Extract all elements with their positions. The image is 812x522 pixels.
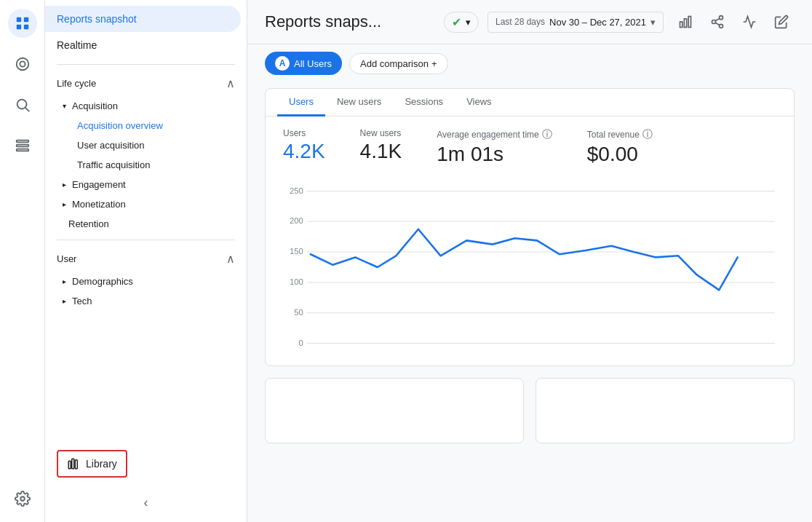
bullet-icon: ▸ xyxy=(63,277,66,285)
sidebar-category-tech[interactable]: ▸ Tech xyxy=(45,291,247,311)
svg-text:05: 05 xyxy=(391,349,400,351)
retention-label: Retention xyxy=(68,218,109,229)
tab-new-users[interactable]: New users xyxy=(325,89,393,116)
svg-rect-12 xyxy=(68,461,71,469)
metric-revenue-value: $0.00 xyxy=(587,143,653,166)
svg-rect-15 xyxy=(680,22,682,28)
sidebar-category-retention[interactable]: Retention xyxy=(45,214,247,234)
activity-icon[interactable] xyxy=(8,50,37,79)
bullet-icon: ▸ xyxy=(63,297,66,305)
svg-rect-13 xyxy=(72,459,74,469)
metric-engagement: Average engagement time ⓘ 1m 01s xyxy=(437,128,552,166)
lifecycle-label: Life cycle xyxy=(57,78,96,89)
demographics-label: Demographics xyxy=(72,276,133,287)
metric-users: Users 4.2K xyxy=(283,128,325,166)
share-button[interactable] xyxy=(704,9,731,35)
sparkline-button[interactable] xyxy=(736,9,763,35)
svg-text:26: 26 xyxy=(733,349,742,351)
tab-users[interactable]: Users xyxy=(277,89,325,116)
bullet-icon: ▸ xyxy=(63,181,66,189)
collapse-arrow[interactable]: ‹ xyxy=(45,489,247,516)
monetization-label: Monetization xyxy=(72,199,126,210)
date-range-picker[interactable]: Last 28 days Nov 30 – Dec 27, 2021 ▾ xyxy=(487,12,664,33)
library-icon xyxy=(67,457,80,470)
sidebar-item-user-acquisition[interactable]: User acquisition xyxy=(45,135,247,155)
add-comparison-button[interactable]: Add comparison + xyxy=(349,53,448,74)
sidebar-bottom: Library xyxy=(45,438,247,489)
svg-text:19: 19 xyxy=(629,349,638,351)
sidebar-item-realtime[interactable]: Realtime xyxy=(45,32,247,58)
bullet-icon: ▸ xyxy=(63,200,66,208)
list-icon[interactable] xyxy=(8,131,37,160)
user-section-header[interactable]: User ∧ xyxy=(45,246,247,272)
info-icon-engagement: ⓘ xyxy=(542,128,552,141)
metric-users-value: 4.2K xyxy=(283,140,325,163)
date-prefix: Last 28 days xyxy=(495,17,545,27)
avatar: A xyxy=(275,56,290,71)
tech-label: Tech xyxy=(72,296,92,307)
svg-line-22 xyxy=(715,18,720,20)
sidebar-category-acquisition[interactable]: ▾ Acquisition xyxy=(45,96,247,116)
green-check-icon: ✔ xyxy=(452,15,461,29)
svg-rect-0 xyxy=(16,17,20,22)
svg-point-5 xyxy=(20,61,25,66)
bottom-cards xyxy=(265,378,795,443)
svg-rect-2 xyxy=(16,25,20,29)
edit-button[interactable] xyxy=(768,9,795,35)
svg-text:12: 12 xyxy=(510,349,519,351)
bottom-card-right xyxy=(536,378,795,443)
chevron-up-icon: ∧ xyxy=(226,76,235,90)
svg-rect-9 xyxy=(16,145,28,147)
engagement-label: Engagement xyxy=(72,179,126,190)
tab-sessions[interactable]: Sessions xyxy=(393,89,455,116)
info-icon-revenue: ⓘ xyxy=(642,128,653,141)
sidebar-category-demographics[interactable]: ▸ Demographics xyxy=(45,272,247,291)
status-badge[interactable]: ✔ ▾ xyxy=(444,12,479,33)
reports-icon[interactable] xyxy=(8,9,37,38)
settings-icon[interactable] xyxy=(8,484,37,513)
add-comparison-label: Add comparison xyxy=(360,58,429,69)
svg-line-7 xyxy=(25,108,29,111)
search-icon[interactable] xyxy=(8,90,37,119)
main-content: Reports snaps... ✔ ▾ Last 28 days Nov 30… xyxy=(247,0,812,522)
svg-text:0: 0 xyxy=(298,339,303,347)
svg-point-4 xyxy=(16,58,28,71)
bottom-card-left xyxy=(265,378,524,443)
svg-rect-3 xyxy=(23,25,28,29)
metric-new-users-value: 4.1K xyxy=(360,140,402,163)
svg-rect-14 xyxy=(75,460,77,469)
tab-views[interactable]: Views xyxy=(455,89,503,116)
chart-card: Users New users Sessions Views Users 4.2… xyxy=(265,88,795,366)
bar-chart-button[interactable] xyxy=(672,9,698,35)
metric-users-label: Users xyxy=(283,128,325,138)
svg-rect-10 xyxy=(16,149,28,151)
svg-text:100: 100 xyxy=(290,277,303,286)
chevron-up-icon-2: ∧ xyxy=(226,252,235,266)
metric-engagement-value: 1m 01s xyxy=(437,143,552,166)
svg-rect-16 xyxy=(684,19,686,28)
svg-point-20 xyxy=(720,24,723,28)
lifecycle-section-header[interactable]: Life cycle ∧ xyxy=(45,71,247,96)
acquisition-label: Acquisition xyxy=(72,100,118,111)
svg-rect-1 xyxy=(23,17,28,22)
page-title: Reports snaps... xyxy=(265,12,435,31)
sidebar-item-traffic-acquisition[interactable]: Traffic acquisition xyxy=(45,155,247,175)
sidebar-divider xyxy=(57,64,235,65)
metric-new-users: New users 4.1K xyxy=(360,128,402,166)
sidebar-category-engagement[interactable]: ▸ Engagement xyxy=(45,175,247,194)
sidebar-item-reports[interactable]: Reports snapshot xyxy=(45,6,241,32)
library-label: Library xyxy=(86,458,117,470)
metric-new-users-label: New users xyxy=(360,128,402,138)
metric-revenue: Total revenue ⓘ $0.00 xyxy=(587,128,653,166)
metrics-row: Users 4.2K New users 4.1K Average engage… xyxy=(266,116,794,178)
chart-tabs: Users New users Sessions Views xyxy=(266,89,794,116)
bullet-icon: ▾ xyxy=(63,102,66,110)
sidebar-category-monetization[interactable]: ▸ Monetization xyxy=(45,194,247,214)
svg-text:200: 200 xyxy=(290,216,303,225)
all-users-filter[interactable]: A All Users xyxy=(265,52,342,75)
sidebar-item-acquisition-overview[interactable]: Acquisition overview xyxy=(45,116,247,135)
date-range-value: Nov 30 – Dec 27, 2021 xyxy=(549,17,646,28)
filter-bar: A All Users Add comparison + xyxy=(247,44,812,82)
library-button[interactable]: Library xyxy=(57,450,127,478)
metric-revenue-label: Total revenue ⓘ xyxy=(587,128,653,141)
